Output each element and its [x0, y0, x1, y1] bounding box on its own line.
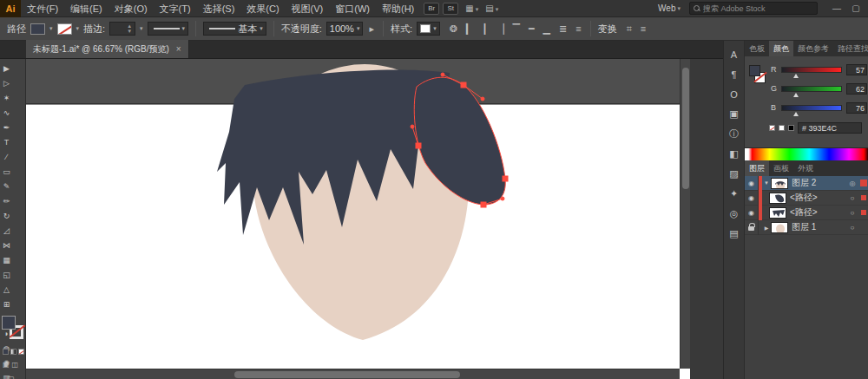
target-circle-icon[interactable]: ○: [846, 224, 858, 232]
document-tab[interactable]: 未标题-1.ai* @ 66.67% (RGB/预览) ×: [26, 40, 189, 58]
perspective-grid-tool[interactable]: △: [0, 282, 13, 297]
disclosure-triangle-icon[interactable]: ▼: [762, 180, 771, 186]
visibility-eye-icon[interactable]: ◉: [745, 206, 759, 220]
info-panel-icon[interactable]: ⓘ: [726, 124, 743, 144]
panel-tab[interactable]: 路径查找器: [833, 41, 868, 56]
paintbrush-tool[interactable]: ✎: [0, 179, 13, 193]
none-button[interactable]: [18, 349, 24, 355]
close-icon[interactable]: ×: [176, 44, 181, 54]
distribute-vertical-icon[interactable]: ≡: [574, 23, 582, 34]
green-slider[interactable]: [781, 86, 842, 92]
menu-item[interactable]: 选择(S): [197, 0, 241, 17]
draw-behind-icon[interactable]: ◫: [12, 361, 19, 369]
none-swatch[interactable]: [769, 125, 775, 131]
selection-indicator[interactable]: [858, 195, 868, 200]
opacity-value-dropdown[interactable]: 100% ▾: [326, 22, 364, 36]
anchor-point[interactable]: [461, 82, 466, 88]
black-swatch[interactable]: [788, 125, 794, 131]
lasso-tool[interactable]: ∿: [0, 105, 13, 120]
layer-row[interactable]: ▶ 图层 1 ○: [745, 220, 868, 235]
transparency-panel-icon[interactable]: ▨: [726, 164, 743, 184]
path-name[interactable]: <路径>: [790, 206, 846, 219]
red-slider[interactable]: [781, 67, 842, 73]
disclosure-triangle-icon[interactable]: ▶: [762, 225, 771, 231]
gradient-button[interactable]: [10, 349, 16, 355]
screen-mode-icon[interactable]: ▢: [7, 375, 15, 379]
anchor-point[interactable]: [416, 143, 421, 148]
slider-thumb[interactable]: [793, 74, 799, 78]
transform-label[interactable]: 变换: [598, 23, 617, 36]
canvas[interactable]: [26, 59, 690, 379]
align-top-icon[interactable]: ▔: [510, 23, 521, 35]
opentype-panel-icon[interactable]: O: [726, 84, 743, 104]
menu-item[interactable]: 编辑(E): [64, 0, 108, 17]
stroke-weight-stepper[interactable]: ▲▼: [109, 22, 135, 36]
layer-name[interactable]: 图层 1: [792, 221, 846, 233]
visibility-eye-icon[interactable]: ◉: [745, 191, 759, 206]
target-circle-icon[interactable]: ◎: [846, 180, 858, 187]
mesh-tool[interactable]: ⊞: [0, 297, 13, 311]
lock-icon[interactable]: [745, 220, 759, 235]
scrollbar-thumb[interactable]: [682, 68, 689, 189]
menu-item[interactable]: 视图(V): [286, 0, 330, 17]
anchor-point[interactable]: [481, 202, 486, 207]
rotate-tool[interactable]: ↻: [0, 208, 13, 223]
links-panel-icon[interactable]: ▤: [726, 224, 743, 244]
panel-tab[interactable]: 画板: [769, 160, 793, 176]
layer-row[interactable]: ◉ ▼ 图层 2 ◎: [745, 176, 868, 191]
target-circle-icon[interactable]: ○: [846, 194, 858, 202]
opacity-flyout-icon[interactable]: ▸: [367, 23, 376, 35]
symbols-panel-icon[interactable]: ✦: [726, 184, 743, 204]
direct-selection-tool[interactable]: ▷: [0, 75, 13, 90]
stock-button[interactable]: St: [443, 3, 458, 15]
pencil-tool[interactable]: ✏: [0, 193, 13, 208]
red-value-field[interactable]: 57: [846, 64, 867, 75]
path-name[interactable]: <路径>: [790, 192, 846, 204]
panel-tab[interactable]: 颜色参考: [793, 41, 833, 56]
fill-proxy-swatch[interactable]: [749, 65, 760, 76]
target-circle-icon[interactable]: ○: [846, 209, 858, 217]
vertical-scrollbar[interactable]: [680, 59, 690, 369]
align-middle-icon[interactable]: ━: [527, 23, 536, 35]
free-transform-tool[interactable]: ▦: [0, 252, 13, 267]
restore-icon[interactable]: ▢: [849, 3, 863, 13]
menu-item[interactable]: 对象(O): [108, 0, 154, 17]
appearance-panel-icon[interactable]: ◎: [726, 204, 743, 224]
recolor-artwork-icon[interactable]: ❂: [448, 23, 459, 35]
panel-tab[interactable]: 外观: [793, 160, 818, 176]
menu-item[interactable]: 文字(T): [154, 0, 197, 17]
bridge-button[interactable]: Br: [424, 3, 439, 15]
artboards-panel-icon[interactable]: ▣: [726, 104, 743, 124]
width-profile-dropdown[interactable]: ▾: [148, 22, 189, 36]
selection-indicator[interactable]: [858, 210, 868, 215]
panel-tab[interactable]: 图层: [745, 160, 769, 176]
white-swatch[interactable]: [779, 125, 785, 131]
minimize-icon[interactable]: —: [830, 3, 844, 13]
blue-slider[interactable]: [781, 105, 842, 111]
draw-normal-icon[interactable]: ▣: [3, 361, 10, 369]
menu-item[interactable]: 文件(F): [21, 0, 64, 17]
magic-wand-tool[interactable]: ✶: [0, 90, 13, 105]
align-left-icon[interactable]: ▎: [464, 23, 475, 35]
menu-item[interactable]: 效果(C): [240, 0, 285, 17]
selection-tool[interactable]: ▶: [0, 61, 13, 75]
search-input[interactable]: [703, 4, 817, 13]
menu-item[interactable]: 帮助(H): [376, 0, 420, 17]
panel-tab[interactable]: 色板: [745, 41, 769, 56]
slider-thumb[interactable]: [793, 93, 799, 97]
align-bottom-icon[interactable]: ▁: [542, 23, 552, 35]
panel-menu-icon[interactable]: ≡: [639, 23, 648, 34]
selection-indicator[interactable]: [858, 180, 868, 186]
scale-tool[interactable]: ◿: [0, 223, 13, 238]
type-tool[interactable]: T: [0, 134, 13, 149]
align-center-icon[interactable]: ┃: [480, 23, 490, 35]
horizontal-scrollbar[interactable]: [26, 369, 680, 379]
menu-item[interactable]: 窗口(W): [329, 0, 376, 17]
layer-row[interactable]: ◉ <路径> ○: [745, 206, 868, 220]
gradient-panel-icon[interactable]: ◧: [726, 144, 743, 164]
scrollbar-thumb[interactable]: [234, 371, 460, 378]
fill-color-swatch[interactable]: [30, 23, 45, 35]
fill-swatch[interactable]: [2, 316, 16, 330]
color-spectrum-bar[interactable]: [745, 147, 868, 160]
width-tool[interactable]: ⋈: [0, 238, 13, 252]
